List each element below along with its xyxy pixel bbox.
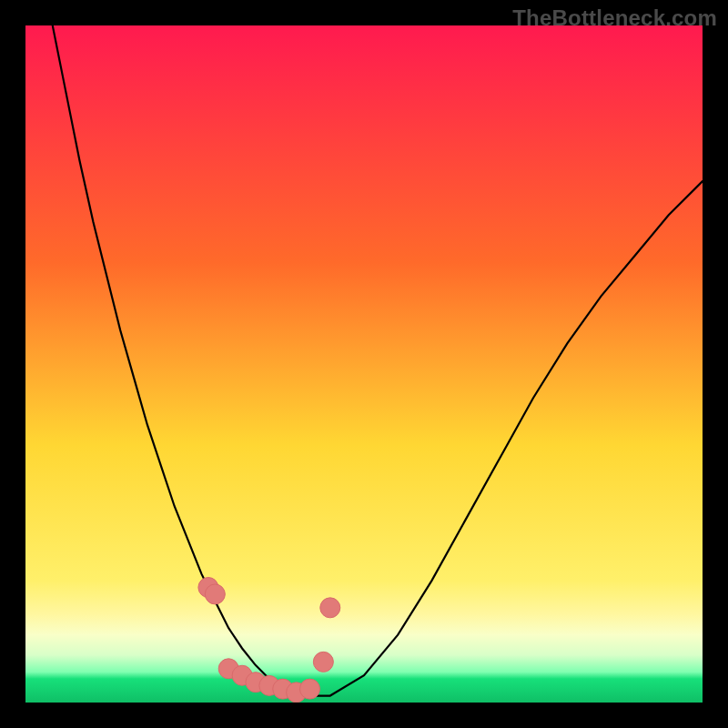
marker-point: [205, 584, 225, 604]
marker-point: [313, 652, 333, 672]
watermark-text: TheBottleneck.com: [512, 5, 717, 31]
marker-point: [299, 679, 319, 699]
chart-svg: [25, 25, 703, 703]
gradient-background: [25, 25, 703, 703]
chart-frame: TheBottleneck.com: [0, 0, 728, 728]
marker-point: [320, 598, 340, 618]
plot-area: [25, 25, 703, 703]
